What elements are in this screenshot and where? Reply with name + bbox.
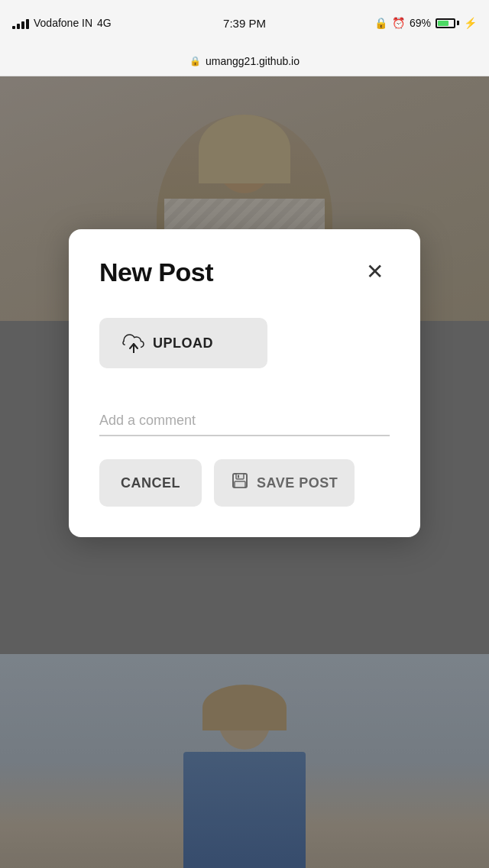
carrier-label: Vodafone IN [34,17,92,29]
url-text: umangg21.github.io [206,55,300,67]
cancel-label: CANCEL [121,475,180,491]
signal-icon [12,17,29,29]
network-type: 4G [97,17,112,29]
status-right: 🔒 ⏰ 69% ⚡ [374,17,477,29]
battery-icon [436,18,459,28]
close-button[interactable]: ✕ [359,257,390,287]
status-bar: Vodafone IN 4G 7:39 PM 🔒 ⏰ 69% ⚡ [0,0,489,46]
svg-rect-1 [236,474,244,479]
url-bar[interactable]: 🔒 umangg21.github.io [0,46,489,76]
battery-percent: 69% [410,17,431,29]
alarm-icon: ⏰ [392,17,405,29]
upload-cloud-icon [122,333,145,353]
new-post-modal: New Post ✕ UPLOAD CANCEL [69,229,420,537]
action-buttons: CANCEL SAVE POST [99,459,390,507]
svg-rect-3 [238,475,239,478]
comment-input[interactable] [99,406,390,436]
url-lock-icon: 🔒 [189,56,201,66]
status-left: Vodafone IN 4G [12,17,112,29]
save-post-button[interactable]: SAVE POST [214,459,355,507]
modal-title: New Post [99,257,213,287]
modal-header: New Post ✕ [99,257,390,287]
lock-status-icon: 🔒 [374,17,387,29]
svg-rect-2 [235,481,245,487]
comment-section [99,406,390,436]
charging-icon: ⚡ [464,17,477,29]
save-icon [231,471,249,494]
background-area: New Post ✕ UPLOAD CANCEL [0,76,489,868]
close-icon: ✕ [366,261,384,283]
time-display: 7:39 PM [223,17,266,30]
upload-label: UPLOAD [153,335,213,351]
cancel-button[interactable]: CANCEL [99,459,202,507]
upload-button[interactable]: UPLOAD [99,318,267,368]
save-post-label: SAVE POST [257,475,338,491]
